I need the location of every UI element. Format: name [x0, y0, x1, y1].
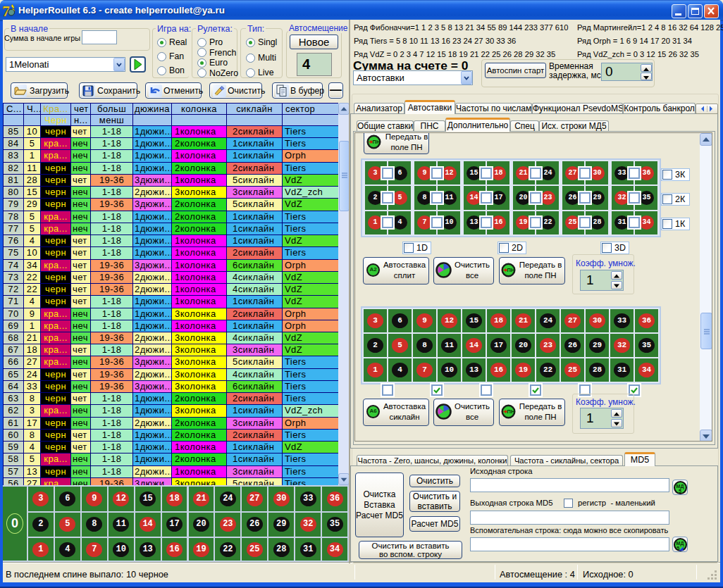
svg-text:ПН: ПН: [373, 139, 381, 145]
svg-text:ПН: ПН: [507, 267, 515, 273]
svg-text:ПН: ПН: [507, 408, 515, 415]
